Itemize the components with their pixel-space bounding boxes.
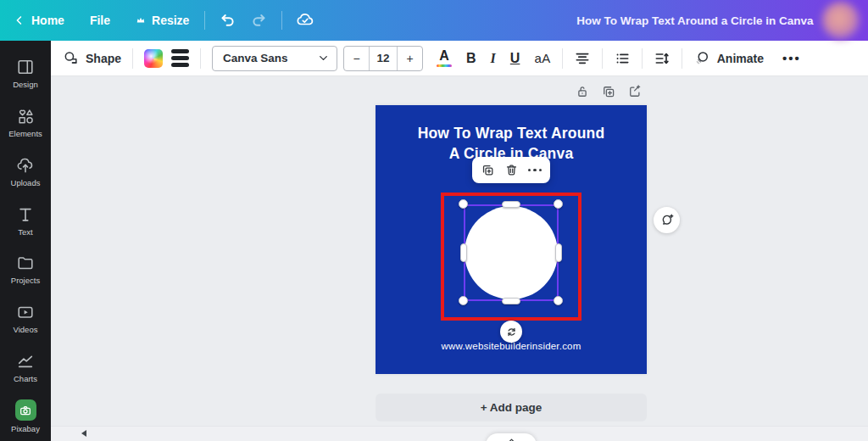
rainbow-underline: [437, 64, 452, 68]
delete-element-icon[interactable]: [504, 163, 519, 177]
file-menu-button[interactable]: File: [85, 14, 115, 27]
font-family-select[interactable]: Canva Sans: [212, 46, 337, 71]
letter-case-button[interactable]: aA: [534, 51, 550, 65]
fill-color-swatch[interactable]: [144, 49, 163, 68]
animate-label: Animate: [717, 52, 764, 65]
duplicate-page-icon[interactable]: [601, 84, 616, 99]
editor-toolbar: Shape Canva Sans − 12 + A B I U aA: [51, 41, 868, 76]
duplicate-element-icon[interactable]: [481, 163, 495, 177]
text-icon: [16, 205, 35, 224]
bullet-list-button[interactable]: [614, 50, 631, 67]
toolbar-divider: [602, 48, 603, 69]
text-color-button[interactable]: A: [437, 49, 452, 68]
sidebar-item-elements[interactable]: Elements: [0, 98, 51, 148]
sidebar-item-label: Videos: [14, 325, 38, 334]
expand-bottom-panel-button[interactable]: [486, 433, 537, 441]
sidebar-item-label: Pixabay: [11, 424, 40, 433]
folder-icon: [16, 254, 35, 272]
elements-icon: [16, 107, 35, 126]
add-comment-button[interactable]: [654, 207, 680, 233]
toolbar-divider: [682, 48, 682, 69]
font-size-stepper: − 12 +: [343, 46, 423, 71]
bullet-list-icon: [614, 50, 631, 67]
home-button[interactable]: Home: [8, 14, 70, 27]
canvas-workspace[interactable]: How To Wrap Text Around A Circle in Canv…: [51, 76, 868, 441]
sidebar-item-label: Elements: [8, 129, 42, 138]
sidebar: Design Elements Uploads Text Projects: [0, 41, 51, 441]
redo-icon: [249, 11, 268, 30]
bottom-status-bar: [51, 426, 868, 441]
chevron-up-icon: [507, 436, 516, 441]
line-spacing-button[interactable]: [654, 50, 670, 67]
sidebar-item-label: Design: [13, 80, 38, 89]
bold-button[interactable]: B: [466, 51, 476, 66]
chart-line-icon: [16, 352, 35, 371]
pixabay-icon: [15, 399, 36, 421]
file-label: File: [90, 14, 110, 27]
resize-label: Resize: [152, 14, 189, 27]
add-page-icon[interactable]: [627, 84, 643, 99]
video-play-icon: [16, 303, 35, 321]
sidebar-item-label: Projects: [11, 276, 40, 285]
font-name: Canva Sans: [223, 52, 288, 64]
undo-button[interactable]: [215, 8, 241, 33]
sidebar-item-projects[interactable]: Projects: [0, 245, 51, 294]
rotate-handle[interactable]: [500, 321, 522, 343]
sidebar-item-label: Uploads: [11, 178, 41, 187]
element-context-toolbar: [472, 157, 550, 183]
uploads-icon: [16, 156, 35, 175]
lock-icon[interactable]: [575, 84, 590, 99]
text-align-button[interactable]: [574, 50, 591, 67]
element-more-icon[interactable]: [528, 169, 542, 172]
line-spacing-icon: [654, 50, 670, 67]
chevron-left-icon: [14, 14, 25, 26]
sidebar-item-pixabay[interactable]: Pixabay: [0, 392, 51, 441]
design-title[interactable]: How To Wrap Text Around a Circle in Canv…: [559, 0, 831, 41]
sidebar-item-uploads[interactable]: Uploads: [0, 148, 51, 197]
scroll-left-arrow[interactable]: [81, 430, 86, 437]
underline-button[interactable]: U: [510, 51, 520, 66]
text-color-letter: A: [439, 49, 449, 63]
resize-button[interactable]: Resize: [131, 14, 194, 27]
font-size-increase-button[interactable]: +: [398, 47, 422, 70]
comment-plus-icon: [659, 213, 675, 228]
crown-icon: [136, 15, 146, 25]
font-size-decrease-button[interactable]: −: [344, 47, 369, 70]
chevron-down-icon: [318, 53, 329, 64]
shape-label: Shape: [86, 52, 121, 65]
annotation-red-frame: [441, 193, 581, 321]
cloud-check-icon: [295, 10, 315, 31]
shape-button[interactable]: Shape: [63, 50, 121, 66]
rotate-icon: [505, 326, 518, 338]
sidebar-item-design[interactable]: Design: [0, 49, 51, 98]
sidebar-item-videos[interactable]: Videos: [0, 294, 51, 343]
topbar-divider: [204, 11, 205, 30]
align-center-icon: [574, 50, 591, 67]
sidebar-item-charts[interactable]: Charts: [0, 343, 51, 393]
redo-button[interactable]: [246, 8, 271, 33]
border-style-icon[interactable]: [171, 49, 189, 67]
top-bar: Home File Resize How To Wra: [0, 0, 868, 41]
sidebar-item-label: Text: [18, 227, 32, 237]
toolbar-divider: [642, 48, 643, 69]
undo-icon: [219, 11, 237, 30]
animate-button[interactable]: Animate: [693, 50, 764, 67]
italic-button[interactable]: I: [491, 51, 496, 66]
heading-line-1: How To Wrap Text Around: [376, 123, 647, 143]
toolbar-divider: [200, 48, 201, 69]
canva-editor: Home File Resize How To Wra: [0, 0, 868, 441]
toolbar-more-button[interactable]: •••: [782, 51, 801, 65]
sidebar-item-text[interactable]: Text: [0, 196, 51, 245]
page-actions: [575, 84, 643, 99]
animate-icon: [693, 50, 710, 67]
user-avatar[interactable]: [822, 2, 860, 39]
shape-icon: [63, 50, 79, 66]
sidebar-item-label: Charts: [14, 374, 37, 383]
design-page[interactable]: How To Wrap Text Around A Circle in Canv…: [376, 105, 647, 374]
toolbar-divider: [562, 48, 563, 69]
add-page-button[interactable]: + Add page: [376, 394, 647, 421]
save-status-button[interactable]: [292, 8, 318, 33]
home-label: Home: [31, 14, 64, 27]
design-icon: [16, 58, 35, 76]
font-size-value[interactable]: 12: [369, 47, 398, 70]
